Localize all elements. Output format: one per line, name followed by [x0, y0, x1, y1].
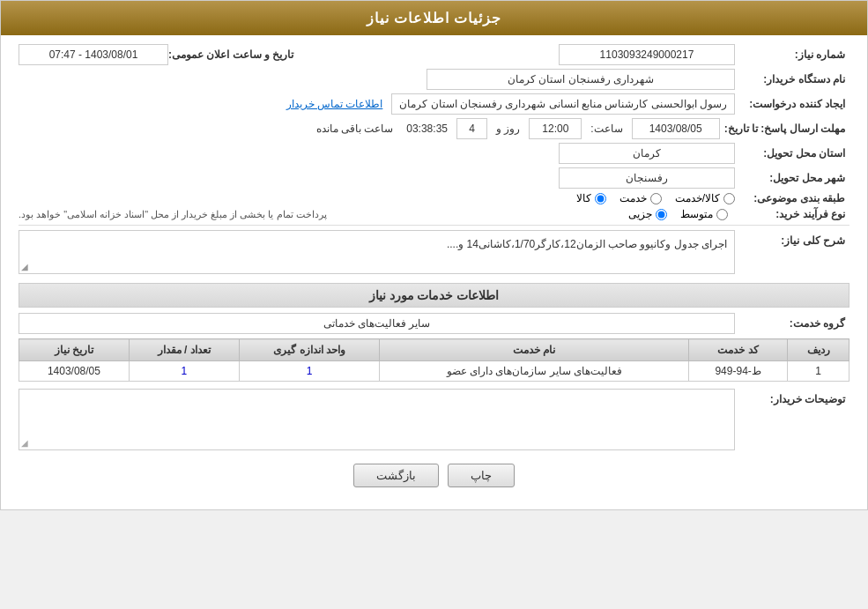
ostan-label: استان محل تحویل:	[735, 147, 849, 160]
col-radif: ردیف	[788, 339, 849, 361]
cell-kod: ط-94-949	[688, 361, 787, 382]
tozihat-container: ◢	[19, 389, 735, 450]
namDastgah-value: شهرداری رفسنجان استان کرمان	[427, 69, 735, 90]
services-table-body: 1 ط-94-949 فعالیت‌های سایر سازمان‌های دا…	[19, 361, 849, 382]
shomareNiaz-row: شماره نیاز: 1103093249000217 تاریخ و ساع…	[19, 44, 849, 65]
chap-button[interactable]: چاپ	[448, 464, 515, 487]
tabaghe-row: طبقه بندی موضوعی: کالا/خدمت خدمت کالا	[19, 192, 849, 204]
noe-label: نوع فرآیند خرید:	[735, 208, 849, 220]
eijadKonande-row: ایجاد کننده درخواست: رسول ابوالحسنی کارش…	[19, 93, 849, 115]
radio-motavasset-label: متوسط	[680, 208, 713, 220]
radio-kala-input[interactable]	[595, 193, 606, 204]
tarikh-elan-value: 1403/08/01 - 07:47	[19, 44, 168, 65]
resize-icon: ◢	[21, 262, 28, 271]
page-header: جزئیات اطلاعات نیاز	[1, 1, 867, 35]
col-naam: نام خدمت	[380, 339, 688, 361]
radio-motavasset: متوسط	[680, 208, 728, 220]
page-title: جزئیات اطلاعات نیاز	[367, 11, 502, 26]
mohlat-date: 1403/08/05	[632, 118, 720, 139]
radio-kala-khadamat-label: کالا/خدمت	[675, 192, 720, 204]
table-row: 1 ط-94-949 فعالیت‌های سایر سازمان‌های دا…	[19, 361, 849, 382]
eijadKonande-value: رسول ابوالحسنی کارشناس منابع انسانی شهرد…	[391, 93, 735, 115]
shomareNiaz-value: 1103093249000217	[559, 44, 735, 65]
ettelaatTamas-link[interactable]: اطلاعات تماس خریدار	[286, 98, 383, 110]
radio-kala-khadamat-input[interactable]	[723, 193, 735, 204]
tabaghe-radio-group: کالا/خدمت خدمت کالا	[19, 192, 735, 204]
namDastgah-row: نام دستگاه خریدار: شهرداری رفسنجان استان…	[19, 69, 849, 90]
radio-khadamat-input[interactable]	[650, 193, 662, 204]
noe-row: نوع فرآیند خرید: متوسط جزیی پرداخت تمام …	[19, 208, 849, 220]
buttons-row: چاپ بازگشت	[19, 464, 849, 487]
mohlat-row: مهلت ارسال پاسخ: تا تاریخ: 1403/08/05 سا…	[19, 118, 849, 139]
radio-jazei: جزیی	[628, 208, 667, 220]
page-wrapper: جزئیات اطلاعات نیاز شماره نیاز: 11030932…	[0, 0, 868, 510]
radio-motavasset-input[interactable]	[716, 209, 728, 220]
content-area: شماره نیاز: 1103093249000217 تاریخ و ساع…	[1, 35, 867, 509]
col-tedad: تعداد / مقدار	[129, 339, 239, 361]
sharh-container: اجرای جدول وکانیوو صاحب الزمان12،کارگر1/…	[19, 230, 735, 274]
gorooh-label: گروه خدمت:	[735, 317, 849, 330]
noe-radio-group: متوسط جزیی	[338, 208, 728, 220]
cell-tedad: 1	[129, 361, 239, 382]
services-table-head: ردیف کد خدمت نام خدمت واحد اندازه گیری ت…	[19, 339, 849, 361]
cell-vahed: 1	[239, 361, 380, 382]
mohlat-label: مهلت ارسال پاسخ: تا تاریخ:	[724, 123, 849, 135]
tozihat-box: ◢	[19, 389, 735, 450]
bazgasht-button[interactable]: بازگشت	[353, 464, 439, 487]
saat-label: ساعت:	[590, 123, 622, 135]
radio-kala-label: کالا	[576, 192, 591, 204]
shahr-value: رفسنجان	[559, 167, 735, 189]
shahr-label: شهر محل تحویل:	[735, 172, 849, 184]
sharh-text: اجرای جدول وکانیوو صاحب الزمان12،کارگر1/…	[447, 238, 727, 250]
cell-radif: 1	[788, 361, 849, 382]
radio-khadamat: خدمت	[619, 192, 662, 204]
gorooh-value: سایر فعالیت‌های خدماتی	[19, 313, 735, 334]
eijadKonande-label: ایجاد کننده درخواست:	[735, 98, 849, 110]
radio-jazei-input[interactable]	[656, 209, 667, 220]
cell-tarikh: 1403/08/05	[19, 361, 130, 382]
mohlat-saat: 12:00	[529, 118, 582, 139]
radio-kala: کالا	[576, 192, 606, 204]
radio-jazei-label: جزیی	[628, 208, 652, 220]
shahr-row: شهر محل تحویل: رفسنجان	[19, 167, 849, 189]
tozihat-resize-icon: ◢	[21, 438, 28, 448]
baghimande-value: 03:38:35	[406, 123, 448, 135]
gorooh-row: گروه خدمت: سایر فعالیت‌های خدماتی	[19, 313, 849, 334]
khadamat-section-title: اطلاعات خدمات مورد نیاز	[19, 283, 849, 308]
sharh-label: شرح کلی نیاز:	[735, 230, 849, 247]
tabaghe-label: طبقه بندی موضوعی:	[735, 192, 849, 204]
sharh-row: شرح کلی نیاز: اجرای جدول وکانیوو صاحب ال…	[19, 230, 849, 274]
col-tarikh: تاریخ نیاز	[19, 339, 130, 361]
col-kod: کد خدمت	[688, 339, 787, 361]
tarikh-elan-label: تاریخ و ساعت اعلان عمومی:	[168, 48, 298, 61]
namDastgah-label: نام دستگاه خریدار:	[735, 73, 849, 85]
ostan-row: استان محل تحویل: کرمان	[19, 143, 849, 164]
ostan-value: کرمان	[559, 143, 735, 164]
tozihat-label: توضیحات خریدار:	[735, 389, 849, 405]
baghimande-label: ساعت باقی مانده	[316, 123, 394, 135]
services-table: ردیف کد خدمت نام خدمت واحد اندازه گیری ت…	[19, 338, 849, 382]
col-vahed: واحد اندازه گیری	[239, 339, 380, 361]
mohlat-rooz: 4	[456, 118, 487, 139]
sharh-value: اجرای جدول وکانیوو صاحب الزمان12،کارگر1/…	[19, 230, 735, 274]
radio-kala-khadamat: کالا/خدمت	[675, 192, 735, 204]
tozihat-row: توضیحات خریدار: ◢	[19, 389, 849, 450]
cell-naam: فعالیت‌های سایر سازمان‌های دارای عضو	[380, 361, 688, 382]
noe-notice: پرداخت تمام یا بخشی از مبلغ خریدار از مح…	[19, 209, 327, 220]
radio-khadamat-label: خدمت	[619, 192, 647, 204]
services-table-header-row: ردیف کد خدمت نام خدمت واحد اندازه گیری ت…	[19, 339, 849, 361]
shomareNiaz-label: شماره نیاز:	[735, 48, 849, 61]
rooz-label: روز و	[496, 123, 520, 135]
